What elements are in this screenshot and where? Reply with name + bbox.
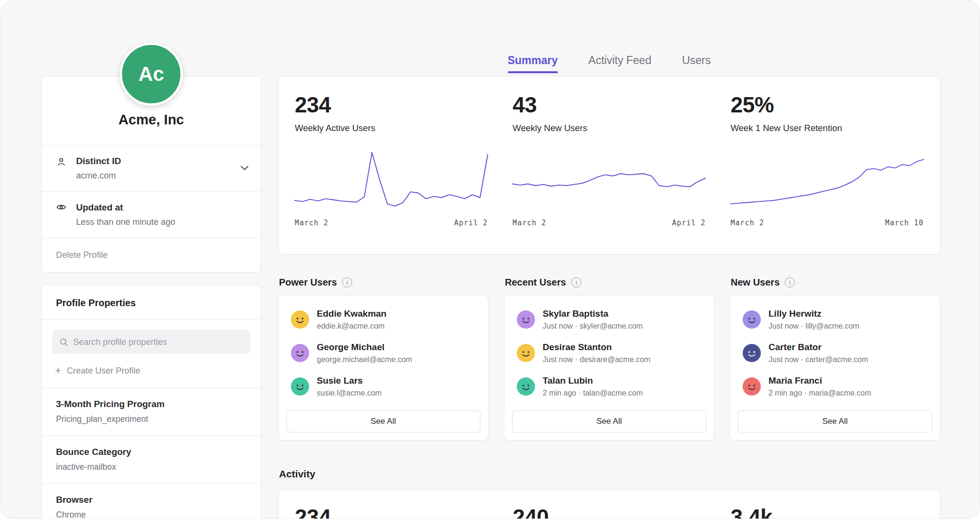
axis-end-label: April 2	[454, 219, 488, 227]
new-users-header: New Users i	[730, 277, 940, 288]
user-detail: eddie.k@acme.com	[317, 322, 387, 331]
tab-summary[interactable]: Summary	[508, 54, 558, 73]
user-avatar	[291, 310, 309, 329]
user-avatar	[743, 377, 761, 396]
eye-icon	[56, 203, 68, 213]
property-value: Chrome	[56, 510, 246, 519]
distinct-id-row[interactable]: Distinct ID acme.com	[42, 145, 261, 191]
person-icon	[56, 156, 68, 169]
user-row[interactable]: Talan Lubin 2 min ago · talan@acme.com	[504, 370, 714, 403]
tab-activity-feed[interactable]: Activity Feed	[589, 54, 652, 73]
profile-properties-title: Profile Properties	[42, 285, 261, 320]
user-detail: 2 min ago · talan@acme.com	[543, 389, 643, 398]
recent-users-header: Recent Users i	[504, 277, 714, 288]
new-users-section: New Users i Lilly Herwitz Just now · lil…	[730, 277, 940, 441]
list-title: Power Users	[279, 277, 337, 288]
chart-axis: March 2 April 2	[512, 219, 705, 227]
field-value: Less than one minute ago	[76, 217, 175, 227]
user-row[interactable]: Lilly Herwitz Just now · lilly@acme.com	[730, 303, 940, 336]
property-value: inactive-mailbox	[56, 462, 246, 472]
user-detail: Just now · carter@acme.com	[768, 355, 868, 364]
user-row[interactable]: Susie Lars susie.l@acme.com	[278, 370, 488, 403]
avatar-face-icon	[517, 344, 535, 362]
user-row[interactable]: George Michael george.michael@acme.com	[278, 336, 488, 370]
info-icon[interactable]: i	[785, 277, 795, 287]
user-lists: Power Users i Eddie Kwakman eddie.k@acme…	[278, 277, 940, 441]
axis-end-label: March 10	[885, 219, 924, 227]
recent-users-section: Recent Users i Skylar Baptista Just now …	[504, 277, 714, 441]
user-row[interactable]: Eddie Kwakman eddie.k@acme.com	[278, 303, 488, 336]
stat-value: 25%	[731, 92, 924, 118]
info-icon[interactable]: i	[342, 277, 352, 287]
delete-profile-button[interactable]: Delete Profile	[42, 238, 261, 272]
stat-weekly-active-users: 234 Weekly Active Users March 2 April 2	[282, 92, 500, 254]
field-label: Distinct ID	[76, 156, 121, 166]
chart-axis: March 2 March 10	[731, 219, 924, 227]
summary-stats-card: 234 Weekly Active Users March 2 April 2 …	[278, 76, 940, 254]
user-name: Carter Bator	[768, 342, 868, 353]
profile-properties-search[interactable]	[52, 330, 250, 354]
sparkline-chart	[512, 146, 705, 213]
axis-start-label: March 2	[512, 219, 546, 227]
user-name: Maria Franci	[768, 375, 871, 386]
activity-card: 234 240 3.4k	[278, 489, 940, 519]
tab-users[interactable]: Users	[682, 54, 711, 73]
axis-start-label: March 2	[731, 219, 764, 227]
activity-title: Activity	[279, 468, 315, 480]
field-value: acme.com	[76, 171, 121, 181]
create-user-profile-button[interactable]: + Create User Profile	[42, 357, 261, 388]
chevron-down-icon[interactable]	[241, 164, 248, 172]
recent-users-card: Skylar Baptista Just now · skyler@acme.c…	[504, 295, 714, 441]
user-detail: 2 min ago · maria@acme.com	[768, 389, 871, 398]
company-profile-page: Ac Acme, Inc Distinct ID acme.com Update…	[0, 0, 980, 519]
user-name: Desirae Stanton	[543, 342, 650, 353]
property-item-browser[interactable]: Browser Chrome	[42, 484, 261, 519]
user-detail: Just now · desirare@acme.com	[543, 355, 650, 364]
axis-end-label: April 2	[672, 219, 705, 227]
user-row[interactable]: Maria Franci 2 min ago · maria@acme.com	[730, 370, 940, 403]
avatar-face-icon	[517, 310, 535, 329]
avatar-face-icon	[743, 310, 761, 329]
see-all-button[interactable]: See All	[286, 410, 480, 432]
updated-at-row: Updated at Less than one minute ago	[42, 191, 261, 238]
search-input[interactable]	[73, 337, 243, 347]
field-label: Updated at	[76, 202, 175, 213]
activity-stat: 3.4k	[718, 504, 936, 519]
user-detail: Just now · lilly@acme.com	[768, 322, 859, 331]
user-detail: Just now · skyler@acme.com	[543, 322, 643, 331]
user-detail: george.michael@acme.com	[317, 355, 412, 364]
property-item-bounce-category[interactable]: Bounce Category inactive-mailbox	[42, 436, 261, 484]
power-users-header: Power Users i	[278, 277, 489, 288]
property-label: 3-Month Pricing Program	[56, 399, 246, 409]
user-name: Eddie Kwakman	[317, 309, 387, 319]
activity-stat: 240	[500, 504, 718, 519]
avatar-face-icon	[291, 377, 309, 396]
search-icon	[59, 338, 68, 346]
property-item-pricing-program[interactable]: 3-Month Pricing Program Pricing_plan_exp…	[42, 388, 261, 436]
list-title: New Users	[731, 277, 780, 288]
plus-icon: +	[55, 365, 61, 376]
property-value: Pricing_plan_experiment	[56, 414, 246, 424]
stat-label: Week 1 New User Retention	[731, 123, 924, 133]
user-row[interactable]: Skylar Baptista Just now · skyler@acme.c…	[504, 303, 714, 336]
company-avatar: Ac	[120, 43, 183, 106]
user-row[interactable]: Desirae Stanton Just now · desirare@acme…	[504, 336, 714, 370]
power-users-section: Power Users i Eddie Kwakman eddie.k@acme…	[278, 277, 489, 441]
stat-value: 234	[295, 92, 488, 118]
user-detail: susie.l@acme.com	[317, 389, 381, 398]
stat-label: Weekly New Users	[512, 123, 705, 133]
profile-tabs: Summary Activity Feed Users	[278, 54, 940, 73]
avatar-face-icon	[291, 344, 309, 362]
stat-value: 3.4k	[731, 504, 924, 519]
create-user-profile-label: Create User Profile	[67, 366, 140, 376]
info-icon[interactable]: i	[571, 277, 581, 287]
user-avatar	[291, 344, 309, 362]
user-row[interactable]: Carter Bator Just now · carter@acme.com	[730, 336, 940, 370]
avatar-face-icon	[743, 377, 761, 396]
property-label: Bounce Category	[56, 447, 246, 457]
see-all-button[interactable]: See All	[512, 410, 706, 432]
avatar-face-icon	[517, 377, 535, 396]
user-name: Skylar Baptista	[543, 309, 643, 319]
see-all-button[interactable]: See All	[738, 410, 932, 432]
user-name: George Michael	[317, 342, 412, 353]
